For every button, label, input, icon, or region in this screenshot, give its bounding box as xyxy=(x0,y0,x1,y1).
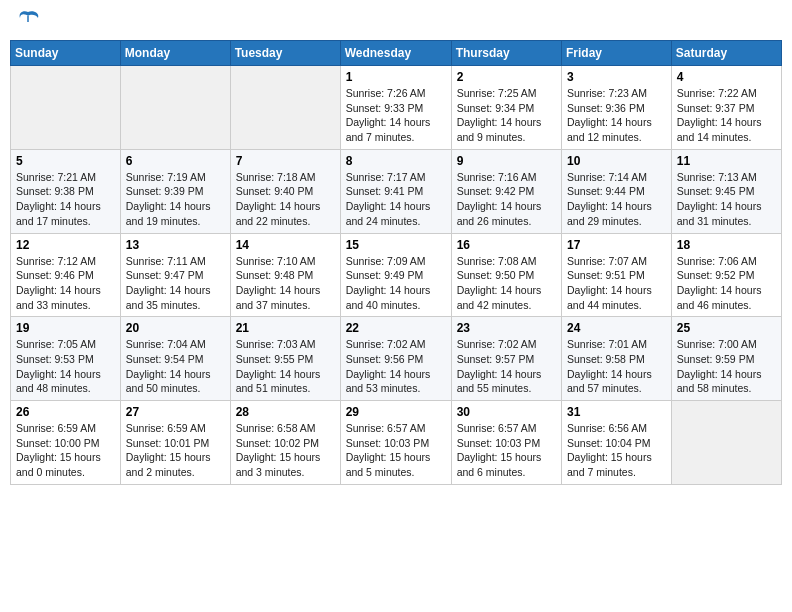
day-number: 19 xyxy=(16,321,115,335)
calendar-cell: 28Sunrise: 6:58 AM Sunset: 10:02 PM Dayl… xyxy=(230,401,340,485)
day-number: 17 xyxy=(567,238,666,252)
logo-icon xyxy=(14,10,42,32)
calendar-cell: 21Sunrise: 7:03 AM Sunset: 9:55 PM Dayli… xyxy=(230,317,340,401)
day-number: 22 xyxy=(346,321,446,335)
day-details: Sunrise: 7:00 AM Sunset: 9:59 PM Dayligh… xyxy=(677,337,776,396)
day-details: Sunrise: 7:21 AM Sunset: 9:38 PM Dayligh… xyxy=(16,170,115,229)
day-number: 7 xyxy=(236,154,335,168)
calendar-week-row: 1Sunrise: 7:26 AM Sunset: 9:33 PM Daylig… xyxy=(11,66,782,150)
calendar-table: SundayMondayTuesdayWednesdayThursdayFrid… xyxy=(10,40,782,485)
calendar-cell: 25Sunrise: 7:00 AM Sunset: 9:59 PM Dayli… xyxy=(671,317,781,401)
day-number: 14 xyxy=(236,238,335,252)
calendar-cell: 23Sunrise: 7:02 AM Sunset: 9:57 PM Dayli… xyxy=(451,317,561,401)
calendar-cell: 6Sunrise: 7:19 AM Sunset: 9:39 PM Daylig… xyxy=(120,149,230,233)
weekday-header-friday: Friday xyxy=(562,41,672,66)
day-number: 8 xyxy=(346,154,446,168)
day-details: Sunrise: 7:03 AM Sunset: 9:55 PM Dayligh… xyxy=(236,337,335,396)
calendar-cell: 1Sunrise: 7:26 AM Sunset: 9:33 PM Daylig… xyxy=(340,66,451,150)
calendar-cell: 7Sunrise: 7:18 AM Sunset: 9:40 PM Daylig… xyxy=(230,149,340,233)
day-number: 4 xyxy=(677,70,776,84)
calendar-cell: 11Sunrise: 7:13 AM Sunset: 9:45 PM Dayli… xyxy=(671,149,781,233)
calendar-week-row: 26Sunrise: 6:59 AM Sunset: 10:00 PM Dayl… xyxy=(11,401,782,485)
day-number: 25 xyxy=(677,321,776,335)
day-details: Sunrise: 7:17 AM Sunset: 9:41 PM Dayligh… xyxy=(346,170,446,229)
day-details: Sunrise: 6:59 AM Sunset: 10:01 PM Daylig… xyxy=(126,421,225,480)
day-number: 27 xyxy=(126,405,225,419)
day-details: Sunrise: 7:02 AM Sunset: 9:56 PM Dayligh… xyxy=(346,337,446,396)
day-details: Sunrise: 7:14 AM Sunset: 9:44 PM Dayligh… xyxy=(567,170,666,229)
calendar-cell: 14Sunrise: 7:10 AM Sunset: 9:48 PM Dayli… xyxy=(230,233,340,317)
calendar-cell: 13Sunrise: 7:11 AM Sunset: 9:47 PM Dayli… xyxy=(120,233,230,317)
calendar-cell: 19Sunrise: 7:05 AM Sunset: 9:53 PM Dayli… xyxy=(11,317,121,401)
day-number: 31 xyxy=(567,405,666,419)
day-number: 26 xyxy=(16,405,115,419)
calendar-cell: 2Sunrise: 7:25 AM Sunset: 9:34 PM Daylig… xyxy=(451,66,561,150)
day-details: Sunrise: 7:04 AM Sunset: 9:54 PM Dayligh… xyxy=(126,337,225,396)
calendar-cell: 3Sunrise: 7:23 AM Sunset: 9:36 PM Daylig… xyxy=(562,66,672,150)
calendar-cell: 9Sunrise: 7:16 AM Sunset: 9:42 PM Daylig… xyxy=(451,149,561,233)
weekday-header-row: SundayMondayTuesdayWednesdayThursdayFrid… xyxy=(11,41,782,66)
day-details: Sunrise: 7:11 AM Sunset: 9:47 PM Dayligh… xyxy=(126,254,225,313)
calendar-cell: 8Sunrise: 7:17 AM Sunset: 9:41 PM Daylig… xyxy=(340,149,451,233)
page-header xyxy=(10,10,782,32)
day-details: Sunrise: 7:22 AM Sunset: 9:37 PM Dayligh… xyxy=(677,86,776,145)
calendar-cell: 12Sunrise: 7:12 AM Sunset: 9:46 PM Dayli… xyxy=(11,233,121,317)
day-number: 28 xyxy=(236,405,335,419)
day-number: 18 xyxy=(677,238,776,252)
calendar-cell xyxy=(230,66,340,150)
day-number: 13 xyxy=(126,238,225,252)
day-details: Sunrise: 7:25 AM Sunset: 9:34 PM Dayligh… xyxy=(457,86,556,145)
day-number: 20 xyxy=(126,321,225,335)
day-details: Sunrise: 7:08 AM Sunset: 9:50 PM Dayligh… xyxy=(457,254,556,313)
day-details: Sunrise: 7:10 AM Sunset: 9:48 PM Dayligh… xyxy=(236,254,335,313)
calendar-cell: 10Sunrise: 7:14 AM Sunset: 9:44 PM Dayli… xyxy=(562,149,672,233)
calendar-cell: 20Sunrise: 7:04 AM Sunset: 9:54 PM Dayli… xyxy=(120,317,230,401)
day-details: Sunrise: 7:02 AM Sunset: 9:57 PM Dayligh… xyxy=(457,337,556,396)
calendar-week-row: 5Sunrise: 7:21 AM Sunset: 9:38 PM Daylig… xyxy=(11,149,782,233)
day-details: Sunrise: 6:57 AM Sunset: 10:03 PM Daylig… xyxy=(457,421,556,480)
calendar-cell: 24Sunrise: 7:01 AM Sunset: 9:58 PM Dayli… xyxy=(562,317,672,401)
calendar-cell: 26Sunrise: 6:59 AM Sunset: 10:00 PM Dayl… xyxy=(11,401,121,485)
calendar-cell: 29Sunrise: 6:57 AM Sunset: 10:03 PM Dayl… xyxy=(340,401,451,485)
calendar-cell: 27Sunrise: 6:59 AM Sunset: 10:01 PM Dayl… xyxy=(120,401,230,485)
calendar-cell: 4Sunrise: 7:22 AM Sunset: 9:37 PM Daylig… xyxy=(671,66,781,150)
day-details: Sunrise: 7:18 AM Sunset: 9:40 PM Dayligh… xyxy=(236,170,335,229)
weekday-header-sunday: Sunday xyxy=(11,41,121,66)
calendar-cell: 31Sunrise: 6:56 AM Sunset: 10:04 PM Dayl… xyxy=(562,401,672,485)
day-number: 6 xyxy=(126,154,225,168)
weekday-header-wednesday: Wednesday xyxy=(340,41,451,66)
day-number: 3 xyxy=(567,70,666,84)
weekday-header-thursday: Thursday xyxy=(451,41,561,66)
day-number: 9 xyxy=(457,154,556,168)
calendar-cell: 5Sunrise: 7:21 AM Sunset: 9:38 PM Daylig… xyxy=(11,149,121,233)
day-details: Sunrise: 7:07 AM Sunset: 9:51 PM Dayligh… xyxy=(567,254,666,313)
day-number: 23 xyxy=(457,321,556,335)
day-details: Sunrise: 6:58 AM Sunset: 10:02 PM Daylig… xyxy=(236,421,335,480)
day-details: Sunrise: 6:59 AM Sunset: 10:00 PM Daylig… xyxy=(16,421,115,480)
day-details: Sunrise: 6:56 AM Sunset: 10:04 PM Daylig… xyxy=(567,421,666,480)
day-number: 30 xyxy=(457,405,556,419)
weekday-header-monday: Monday xyxy=(120,41,230,66)
day-number: 1 xyxy=(346,70,446,84)
day-details: Sunrise: 7:13 AM Sunset: 9:45 PM Dayligh… xyxy=(677,170,776,229)
calendar-week-row: 19Sunrise: 7:05 AM Sunset: 9:53 PM Dayli… xyxy=(11,317,782,401)
calendar-cell xyxy=(120,66,230,150)
weekday-header-tuesday: Tuesday xyxy=(230,41,340,66)
day-details: Sunrise: 7:09 AM Sunset: 9:49 PM Dayligh… xyxy=(346,254,446,313)
logo xyxy=(14,10,46,32)
day-details: Sunrise: 7:16 AM Sunset: 9:42 PM Dayligh… xyxy=(457,170,556,229)
day-details: Sunrise: 7:01 AM Sunset: 9:58 PM Dayligh… xyxy=(567,337,666,396)
day-number: 21 xyxy=(236,321,335,335)
day-details: Sunrise: 7:06 AM Sunset: 9:52 PM Dayligh… xyxy=(677,254,776,313)
day-number: 5 xyxy=(16,154,115,168)
calendar-cell: 17Sunrise: 7:07 AM Sunset: 9:51 PM Dayli… xyxy=(562,233,672,317)
day-number: 12 xyxy=(16,238,115,252)
day-details: Sunrise: 7:12 AM Sunset: 9:46 PM Dayligh… xyxy=(16,254,115,313)
calendar-cell: 22Sunrise: 7:02 AM Sunset: 9:56 PM Dayli… xyxy=(340,317,451,401)
day-details: Sunrise: 7:05 AM Sunset: 9:53 PM Dayligh… xyxy=(16,337,115,396)
day-details: Sunrise: 7:23 AM Sunset: 9:36 PM Dayligh… xyxy=(567,86,666,145)
day-number: 29 xyxy=(346,405,446,419)
day-number: 10 xyxy=(567,154,666,168)
calendar-cell: 15Sunrise: 7:09 AM Sunset: 9:49 PM Dayli… xyxy=(340,233,451,317)
weekday-header-saturday: Saturday xyxy=(671,41,781,66)
